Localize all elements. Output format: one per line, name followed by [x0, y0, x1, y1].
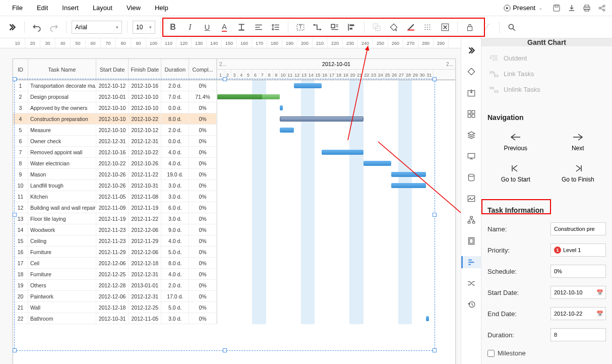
- line-spacing-button[interactable]: [269, 20, 283, 34]
- present-button[interactable]: Present ⌄: [500, 2, 546, 14]
- rail-history-icon[interactable]: [465, 298, 477, 311]
- table-row[interactable]: 11Kitchen2012-11-052012-11-083.0 d.0%: [13, 191, 217, 202]
- save-icon[interactable]: [552, 3, 562, 13]
- milestone-checkbox[interactable]: [487, 350, 495, 357]
- table-row[interactable]: 19Others2012-12-282013-01-012.0 d.0%: [13, 280, 217, 291]
- table-row[interactable]: 18Furniture2012-12-252012-12-314.0 d.0%: [13, 269, 217, 280]
- gantt-bar[interactable]: [322, 150, 363, 155]
- gantt-bar[interactable]: [294, 83, 322, 88]
- unlink-tasks-action[interactable]: Unlink Tasks: [487, 82, 606, 97]
- gantt-bar[interactable]: [426, 316, 429, 321]
- rail-export-icon[interactable]: [465, 87, 477, 99]
- table-row[interactable]: 9Mason2012-10-262012-11-2219.0 d.0%: [13, 169, 217, 180]
- calendar-icon[interactable]: 📅: [596, 311, 603, 317]
- font-size-select[interactable]: 10▾: [133, 21, 155, 34]
- table-row[interactable]: 13Floor tile laying2012-11-192012-11-223…: [13, 213, 217, 224]
- column-header[interactable]: Compl...: [189, 59, 217, 80]
- highlight-button[interactable]: [234, 20, 249, 34]
- outdent-action[interactable]: Outdent: [487, 50, 606, 66]
- table-row[interactable]: 17Ceil2012-12-062012-12-188.0 d.0%: [13, 258, 217, 269]
- canvas-area[interactable]: 1020304050607080901001101201301401501601…: [0, 38, 461, 364]
- table-row[interactable]: 4Construction preparation2012-10-102012-…: [13, 113, 217, 125]
- calendar-icon[interactable]: 📅: [596, 289, 603, 296]
- lock-button[interactable]: [463, 20, 477, 34]
- download-icon[interactable]: [567, 3, 577, 13]
- table-row[interactable]: 12Building wall and wall repair2012-11-0…: [13, 202, 217, 213]
- table-row[interactable]: 2Design proposal2012-10-012012-10-107.0 …: [13, 91, 217, 102]
- share-icon[interactable]: [597, 3, 607, 13]
- font-family-select[interactable]: Arial▾: [72, 21, 122, 34]
- gantt-bar[interactable]: [391, 172, 426, 177]
- table-row[interactable]: 14Woodwork2012-11-232012-12-069.0 d.0%: [13, 224, 217, 235]
- gantt-bar[interactable]: [363, 161, 391, 166]
- startdate-field[interactable]: 2012-10-10📅: [550, 286, 606, 299]
- align-button[interactable]: [252, 20, 266, 34]
- fill-button[interactable]: [387, 20, 401, 34]
- search-button[interactable]: [505, 20, 519, 34]
- print-icon[interactable]: [582, 3, 592, 13]
- nav-gostart-button[interactable]: Go to Start: [487, 161, 544, 186]
- rail-database-icon[interactable]: [465, 171, 477, 184]
- table-row[interactable]: 6Owner check2012-12-312012-12-310.0 d.0%: [13, 136, 217, 147]
- menu-layout[interactable]: Layout: [86, 1, 119, 15]
- text-box-button[interactable]: T: [293, 20, 308, 34]
- link-tasks-action[interactable]: Link Tasks: [487, 66, 606, 82]
- gantt-chart[interactable]: IDTask NameStart DateFinish DateDuration…: [13, 58, 456, 364]
- name-field[interactable]: Construction pre: [550, 222, 606, 235]
- table-row[interactable]: 1Transportation decorate ma...2012-10-12…: [13, 80, 217, 91]
- rail-expand-icon[interactable]: [465, 44, 477, 56]
- nav-previous-button[interactable]: Previous: [487, 130, 544, 155]
- underline-button[interactable]: U: [200, 20, 214, 34]
- duration-field[interactable]: 8: [550, 328, 606, 341]
- gantt-bar[interactable]: [280, 105, 283, 110]
- menu-help[interactable]: Help: [148, 1, 175, 15]
- rail-shuffle-icon[interactable]: [465, 277, 477, 289]
- bold-button[interactable]: B: [166, 20, 180, 34]
- nav-gofinish-button[interactable]: Go to Finish: [550, 161, 606, 186]
- rail-layers-icon[interactable]: [465, 129, 477, 141]
- enddate-field[interactable]: 2012-10-22📅: [550, 307, 606, 320]
- rail-fill-icon[interactable]: [465, 66, 477, 78]
- table-row[interactable]: 10Landfill trough2012-10-262012-10-313.0…: [13, 180, 217, 191]
- menu-file[interactable]: File: [5, 1, 30, 15]
- expand-toolbar-icon[interactable]: [5, 20, 19, 34]
- line-style-button[interactable]: [421, 20, 435, 34]
- clear-format-button[interactable]: [438, 20, 452, 34]
- align-objects-button[interactable]: [345, 20, 359, 34]
- connector-button[interactable]: [311, 20, 325, 34]
- menu-insert[interactable]: Insert: [55, 1, 86, 15]
- table-row[interactable]: 7Removed appoint wall2012-10-162012-10-2…: [13, 147, 217, 158]
- italic-button[interactable]: I: [183, 20, 197, 34]
- gantt-bar[interactable]: [391, 183, 426, 188]
- rail-orgchart-icon[interactable]: [465, 214, 477, 226]
- priority-field[interactable]: 1Level 1: [550, 244, 606, 257]
- undo-button[interactable]: [30, 20, 44, 34]
- menu-view[interactable]: View: [119, 1, 148, 15]
- rail-page-icon[interactable]: [465, 235, 477, 247]
- column-header[interactable]: Task Name: [28, 59, 96, 80]
- table-row[interactable]: 8Water electrician2012-10-222012-10-264.…: [13, 158, 217, 169]
- table-row[interactable]: 21Wall2012-12-182012-12-255.0 d.0%: [13, 302, 217, 313]
- gantt-bar[interactable]: [280, 128, 294, 133]
- gantt-bar[interactable]: [280, 116, 363, 122]
- tools-button[interactable]: [480, 20, 494, 34]
- group-button[interactable]: [370, 20, 384, 34]
- menu-edit[interactable]: Edit: [30, 1, 55, 15]
- nav-next-button[interactable]: Next: [550, 130, 606, 155]
- column-header[interactable]: Duration: [161, 59, 189, 80]
- table-row[interactable]: 5Measure2012-10-102012-10-122.0 d.0%: [13, 125, 217, 136]
- column-header[interactable]: ID: [13, 59, 28, 80]
- table-row[interactable]: 20Paintwork2012-12-062012-12-3117.0 d.0%: [13, 291, 217, 302]
- column-header[interactable]: Start Date: [96, 59, 129, 80]
- rail-image-icon[interactable]: [465, 193, 477, 205]
- gantt-bar[interactable]: [217, 94, 280, 99]
- font-color-button[interactable]: A: [217, 20, 231, 34]
- schedule-field[interactable]: 0%: [550, 265, 606, 278]
- table-row[interactable]: 3Approved by the owners2012-10-102012-10…: [13, 102, 217, 113]
- image-position-button[interactable]: [328, 20, 342, 34]
- rail-grid-icon[interactable]: [465, 108, 477, 120]
- column-header[interactable]: Finish Date: [129, 59, 161, 80]
- table-row[interactable]: 16Furniture2012-11-292012-12-065.0 d.0%: [13, 247, 217, 258]
- table-row[interactable]: 15Ceiling2012-11-232012-11-294.0 d.0%: [13, 235, 217, 247]
- table-row[interactable]: 22Bathroom2012-10-312012-11-053.0 d.0%: [13, 313, 217, 324]
